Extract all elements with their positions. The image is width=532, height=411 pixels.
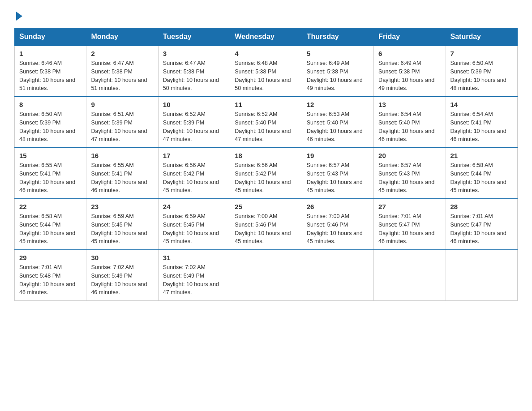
calendar-cell: 1Sunrise: 6:46 AMSunset: 5:38 PMDaylight… xyxy=(15,46,86,97)
calendar-week-row: 29Sunrise: 7:01 AMSunset: 5:48 PMDayligh… xyxy=(15,250,518,301)
day-info: Sunrise: 6:47 AMSunset: 5:38 PMDaylight:… xyxy=(163,59,225,93)
day-number: 15 xyxy=(19,152,82,159)
calendar-cell: 8Sunrise: 6:50 AMSunset: 5:39 PMDaylight… xyxy=(15,97,86,148)
day-info: Sunrise: 6:58 AMSunset: 5:44 PMDaylight:… xyxy=(19,212,82,246)
calendar-cell: 28Sunrise: 7:01 AMSunset: 5:47 PMDayligh… xyxy=(446,199,517,250)
day-info: Sunrise: 6:57 AMSunset: 5:43 PMDaylight:… xyxy=(378,161,441,195)
weekday-header-monday: Monday xyxy=(86,28,158,46)
day-number: 24 xyxy=(163,203,225,210)
calendar-cell: 10Sunrise: 6:52 AMSunset: 5:39 PMDayligh… xyxy=(158,97,230,148)
day-info: Sunrise: 7:02 AMSunset: 5:49 PMDaylight:… xyxy=(91,263,153,297)
day-number: 11 xyxy=(235,101,297,108)
day-info: Sunrise: 6:58 AMSunset: 5:44 PMDaylight:… xyxy=(450,161,513,195)
day-number: 23 xyxy=(91,203,153,210)
day-number: 10 xyxy=(163,101,225,108)
day-info: Sunrise: 6:49 AMSunset: 5:38 PMDaylight:… xyxy=(378,59,441,93)
calendar-cell xyxy=(302,250,373,301)
calendar-week-row: 1Sunrise: 6:46 AMSunset: 5:38 PMDaylight… xyxy=(15,46,518,97)
page-header xyxy=(14,11,518,21)
day-number: 13 xyxy=(378,101,441,108)
weekday-header-saturday: Saturday xyxy=(446,28,517,46)
logo xyxy=(14,11,24,21)
calendar-cell: 14Sunrise: 6:54 AMSunset: 5:41 PMDayligh… xyxy=(446,97,517,148)
calendar-cell: 4Sunrise: 6:48 AMSunset: 5:38 PMDaylight… xyxy=(230,46,302,97)
calendar-cell: 25Sunrise: 7:00 AMSunset: 5:46 PMDayligh… xyxy=(230,199,302,250)
day-info: Sunrise: 7:01 AMSunset: 5:47 PMDaylight:… xyxy=(378,212,441,246)
calendar-cell: 22Sunrise: 6:58 AMSunset: 5:44 PMDayligh… xyxy=(15,199,86,250)
day-info: Sunrise: 6:54 AMSunset: 5:41 PMDaylight:… xyxy=(450,110,513,144)
calendar-cell: 24Sunrise: 6:59 AMSunset: 5:45 PMDayligh… xyxy=(158,199,230,250)
day-info: Sunrise: 6:52 AMSunset: 5:40 PMDaylight:… xyxy=(235,110,297,144)
day-number: 4 xyxy=(235,50,297,57)
calendar-cell: 2Sunrise: 6:47 AMSunset: 5:38 PMDaylight… xyxy=(86,46,158,97)
day-number: 31 xyxy=(163,254,225,261)
day-number: 8 xyxy=(19,101,82,108)
day-number: 26 xyxy=(307,203,369,210)
day-number: 1 xyxy=(19,50,82,57)
day-number: 7 xyxy=(450,50,513,57)
day-number: 30 xyxy=(91,254,153,261)
calendar-cell xyxy=(446,250,517,301)
day-info: Sunrise: 7:00 AMSunset: 5:46 PMDaylight:… xyxy=(307,212,369,246)
calendar-week-row: 15Sunrise: 6:55 AMSunset: 5:41 PMDayligh… xyxy=(15,148,518,199)
day-number: 27 xyxy=(378,203,441,210)
calendar-cell: 9Sunrise: 6:51 AMSunset: 5:39 PMDaylight… xyxy=(86,97,158,148)
day-number: 25 xyxy=(235,203,297,210)
day-info: Sunrise: 6:52 AMSunset: 5:39 PMDaylight:… xyxy=(163,110,225,144)
calendar-cell: 21Sunrise: 6:58 AMSunset: 5:44 PMDayligh… xyxy=(446,148,517,199)
day-info: Sunrise: 6:48 AMSunset: 5:38 PMDaylight:… xyxy=(235,59,297,93)
day-info: Sunrise: 6:55 AMSunset: 5:41 PMDaylight:… xyxy=(91,161,153,195)
calendar-cell: 7Sunrise: 6:50 AMSunset: 5:39 PMDaylight… xyxy=(446,46,517,97)
day-info: Sunrise: 7:02 AMSunset: 5:49 PMDaylight:… xyxy=(163,263,225,297)
weekday-header-wednesday: Wednesday xyxy=(230,28,302,46)
day-info: Sunrise: 7:01 AMSunset: 5:48 PMDaylight:… xyxy=(19,263,82,297)
day-number: 22 xyxy=(19,203,82,210)
calendar-cell: 15Sunrise: 6:55 AMSunset: 5:41 PMDayligh… xyxy=(15,148,86,199)
calendar-cell: 26Sunrise: 7:00 AMSunset: 5:46 PMDayligh… xyxy=(302,199,373,250)
day-number: 12 xyxy=(307,101,369,108)
day-info: Sunrise: 6:59 AMSunset: 5:45 PMDaylight:… xyxy=(91,212,153,246)
calendar-cell: 11Sunrise: 6:52 AMSunset: 5:40 PMDayligh… xyxy=(230,97,302,148)
calendar-cell: 31Sunrise: 7:02 AMSunset: 5:49 PMDayligh… xyxy=(158,250,230,301)
day-number: 29 xyxy=(19,254,82,261)
day-number: 28 xyxy=(450,203,513,210)
weekday-header-thursday: Thursday xyxy=(302,28,373,46)
weekday-header-row: SundayMondayTuesdayWednesdayThursdayFrid… xyxy=(15,28,518,46)
day-info: Sunrise: 6:56 AMSunset: 5:42 PMDaylight:… xyxy=(235,161,297,195)
calendar-cell: 29Sunrise: 7:01 AMSunset: 5:48 PMDayligh… xyxy=(15,250,86,301)
calendar-cell: 19Sunrise: 6:57 AMSunset: 5:43 PMDayligh… xyxy=(302,148,373,199)
day-info: Sunrise: 6:59 AMSunset: 5:45 PMDaylight:… xyxy=(163,212,225,246)
day-number: 14 xyxy=(450,101,513,108)
weekday-header-tuesday: Tuesday xyxy=(158,28,230,46)
day-info: Sunrise: 6:46 AMSunset: 5:38 PMDaylight:… xyxy=(19,59,82,93)
weekday-header-sunday: Sunday xyxy=(15,28,86,46)
calendar-cell: 16Sunrise: 6:55 AMSunset: 5:41 PMDayligh… xyxy=(86,148,158,199)
day-info: Sunrise: 6:50 AMSunset: 5:39 PMDaylight:… xyxy=(450,59,513,93)
calendar-cell: 6Sunrise: 6:49 AMSunset: 5:38 PMDaylight… xyxy=(374,46,446,97)
day-info: Sunrise: 6:50 AMSunset: 5:39 PMDaylight:… xyxy=(19,110,82,144)
day-number: 18 xyxy=(235,152,297,159)
day-number: 19 xyxy=(307,152,369,159)
day-number: 9 xyxy=(91,101,153,108)
day-info: Sunrise: 6:49 AMSunset: 5:38 PMDaylight:… xyxy=(307,59,369,93)
weekday-header-friday: Friday xyxy=(374,28,446,46)
calendar-cell: 27Sunrise: 7:01 AMSunset: 5:47 PMDayligh… xyxy=(374,199,446,250)
day-number: 21 xyxy=(450,152,513,159)
calendar-cell xyxy=(374,250,446,301)
day-info: Sunrise: 7:00 AMSunset: 5:46 PMDaylight:… xyxy=(235,212,297,246)
calendar-week-row: 22Sunrise: 6:58 AMSunset: 5:44 PMDayligh… xyxy=(15,199,518,250)
calendar-cell: 17Sunrise: 6:56 AMSunset: 5:42 PMDayligh… xyxy=(158,148,230,199)
calendar-cell: 23Sunrise: 6:59 AMSunset: 5:45 PMDayligh… xyxy=(86,199,158,250)
day-number: 17 xyxy=(163,152,225,159)
calendar-cell xyxy=(230,250,302,301)
calendar-cell: 3Sunrise: 6:47 AMSunset: 5:38 PMDaylight… xyxy=(158,46,230,97)
day-number: 6 xyxy=(378,50,441,57)
day-number: 3 xyxy=(163,50,225,57)
calendar-cell: 5Sunrise: 6:49 AMSunset: 5:38 PMDaylight… xyxy=(302,46,373,97)
calendar-cell: 20Sunrise: 6:57 AMSunset: 5:43 PMDayligh… xyxy=(374,148,446,199)
day-number: 20 xyxy=(378,152,441,159)
day-info: Sunrise: 6:47 AMSunset: 5:38 PMDaylight:… xyxy=(91,59,153,93)
day-info: Sunrise: 7:01 AMSunset: 5:47 PMDaylight:… xyxy=(450,212,513,246)
day-info: Sunrise: 6:56 AMSunset: 5:42 PMDaylight:… xyxy=(163,161,225,195)
day-info: Sunrise: 6:54 AMSunset: 5:40 PMDaylight:… xyxy=(378,110,441,144)
